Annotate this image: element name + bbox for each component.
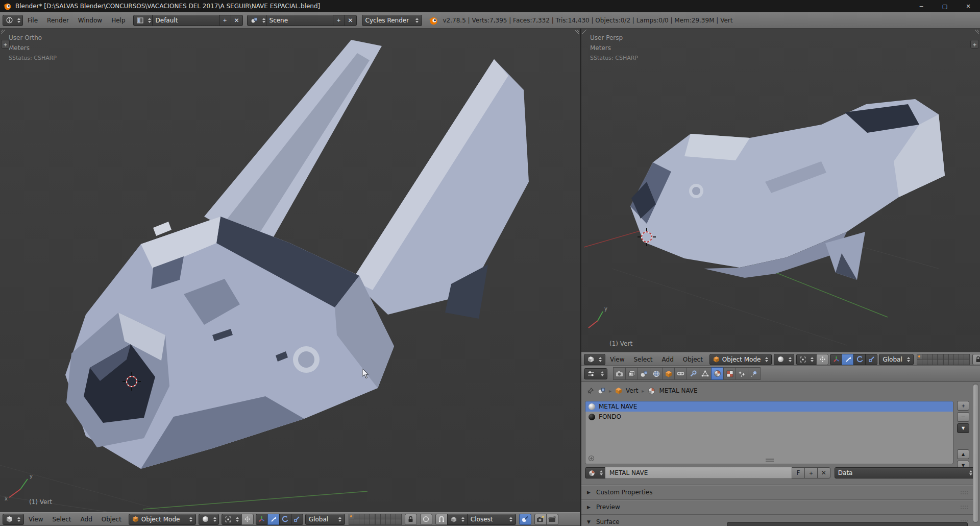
transform-orientation-selector-right[interactable]: Global bbox=[879, 354, 913, 365]
opengl-render-image-button[interactable] bbox=[534, 514, 547, 525]
material-slot-row[interactable]: FONDO bbox=[585, 412, 953, 422]
panel-drag-grip[interactable] bbox=[960, 505, 968, 510]
properties-shelf-expand-button[interactable]: ＋ bbox=[970, 40, 979, 49]
menu-view-right[interactable]: View bbox=[605, 356, 629, 363]
menu-file[interactable]: File bbox=[23, 17, 42, 24]
editor-type-selector-info[interactable] bbox=[3, 15, 23, 26]
use-nodes-button-clipped[interactable] bbox=[727, 522, 968, 526]
fake-user-button[interactable]: F bbox=[792, 467, 805, 479]
toolshelf-expand-button[interactable]: ＋ bbox=[1, 40, 10, 49]
delete-layout-button[interactable]: ✕ bbox=[231, 15, 243, 26]
layer-toggle[interactable] bbox=[396, 519, 402, 525]
pivot-point-selector-right[interactable] bbox=[796, 354, 817, 365]
translate-manipulator-button-right[interactable] bbox=[842, 354, 854, 365]
rotate-manipulator-button-right[interactable] bbox=[853, 354, 866, 365]
menu-select-right[interactable]: Select bbox=[629, 356, 657, 363]
menu-add-left[interactable]: Add bbox=[76, 516, 97, 523]
proportional-edit-button[interactable] bbox=[420, 514, 432, 525]
scrollbar-thumb[interactable] bbox=[973, 385, 978, 522]
scale-manipulator-button-right[interactable] bbox=[865, 354, 877, 365]
menu-object-right[interactable]: Object bbox=[678, 356, 707, 363]
menu-help[interactable]: Help bbox=[107, 17, 130, 24]
viewport-3d-right[interactable]: y User Persp Meters SStatus: CSHARP (1) … bbox=[581, 29, 980, 352]
panel-preview[interactable]: ▶ Preview bbox=[581, 499, 973, 514]
tab-object-data[interactable] bbox=[699, 367, 712, 380]
tab-modifiers[interactable] bbox=[687, 367, 699, 380]
breadcrumb-object[interactable]: Vert bbox=[626, 387, 638, 394]
manipulator-toggle-left[interactable] bbox=[241, 514, 254, 525]
add-material-slot-button[interactable]: ＋ bbox=[957, 401, 969, 411]
list-resize-grip[interactable] bbox=[765, 458, 774, 462]
menu-add-right[interactable]: Add bbox=[657, 356, 678, 363]
scene-selector[interactable]: Scene bbox=[266, 15, 333, 26]
layer-toggle[interactable] bbox=[369, 519, 375, 525]
maximize-button[interactable]: ▢ bbox=[933, 0, 957, 12]
tab-scene[interactable] bbox=[638, 367, 650, 380]
delete-scene-button[interactable]: ✕ bbox=[345, 15, 357, 26]
viewport-shading-selector-left[interactable] bbox=[199, 514, 219, 525]
lock-to-scene-button-left[interactable] bbox=[405, 514, 417, 525]
properties-scrollbar[interactable] bbox=[973, 384, 978, 523]
menu-select-left[interactable]: Select bbox=[47, 516, 76, 523]
pin-icon[interactable] bbox=[586, 387, 594, 395]
tab-render-layers[interactable] bbox=[625, 367, 638, 380]
snap-toggle-button[interactable] bbox=[435, 514, 448, 525]
manipulator-axes-icon-button-right[interactable] bbox=[830, 354, 842, 365]
tab-world[interactable] bbox=[650, 367, 663, 380]
panel-custom-properties[interactable]: ▶ Custom Properties bbox=[581, 485, 973, 499]
layer-toggle[interactable] bbox=[964, 359, 970, 365]
tab-constraints[interactable] bbox=[674, 367, 687, 380]
tab-object[interactable] bbox=[662, 367, 675, 380]
new-material-button[interactable]: ＋ bbox=[804, 467, 818, 479]
layer-toggle[interactable] bbox=[937, 359, 943, 365]
tab-texture[interactable] bbox=[723, 367, 736, 380]
tab-render[interactable] bbox=[613, 367, 626, 380]
snap-target-selector[interactable]: Closest bbox=[467, 514, 516, 525]
manipulator-axes-icon-button[interactable] bbox=[256, 514, 268, 525]
editor-type-selector-3dview-right[interactable] bbox=[584, 354, 605, 365]
viewport-3d-left[interactable]: y x User Ortho Meters SStatus: CSHARP (1… bbox=[0, 29, 580, 512]
add-layout-button[interactable]: ＋ bbox=[219, 15, 231, 26]
tab-material[interactable] bbox=[711, 367, 724, 380]
browse-material-button[interactable] bbox=[585, 467, 605, 479]
material-name-field[interactable]: METAL NAVE bbox=[605, 467, 792, 479]
scale-manipulator-button[interactable] bbox=[291, 514, 303, 525]
mode-selector-left[interactable]: Object Mode bbox=[129, 514, 196, 525]
remove-material-slot-button[interactable]: − bbox=[957, 412, 969, 422]
material-specials-button[interactable]: ▼ bbox=[957, 423, 969, 433]
manipulator-toggle-right[interactable] bbox=[816, 354, 828, 365]
breadcrumb-material[interactable]: METAL NAVE bbox=[659, 387, 697, 394]
pivot-point-selector-left[interactable] bbox=[222, 514, 242, 525]
editor-type-selector-3dview-left[interactable] bbox=[3, 514, 24, 525]
menu-window[interactable]: Window bbox=[74, 17, 107, 24]
tab-physics[interactable] bbox=[748, 367, 761, 380]
screen-layout-selector[interactable]: Default bbox=[152, 15, 219, 26]
close-button[interactable]: ✕ bbox=[957, 0, 980, 12]
render-engine-selector[interactable]: Cycles Render bbox=[362, 15, 422, 26]
minimize-button[interactable]: ─ bbox=[910, 0, 933, 12]
opengl-render-animation-button[interactable] bbox=[546, 514, 558, 525]
editor-type-selector-properties[interactable] bbox=[584, 368, 607, 379]
transform-orientation-selector-left[interactable]: Global bbox=[305, 514, 345, 525]
breadcrumb-scene-icon[interactable] bbox=[598, 387, 605, 394]
scene-icon-button[interactable] bbox=[247, 15, 266, 26]
snap-element-selector[interactable] bbox=[447, 514, 468, 525]
viewport-shading-selector-right[interactable] bbox=[774, 354, 794, 365]
add-scene-button[interactable]: ＋ bbox=[333, 15, 345, 26]
snap-align-rotation-button[interactable] bbox=[519, 514, 531, 525]
list-filter-icon[interactable] bbox=[588, 455, 595, 462]
panel-drag-grip[interactable] bbox=[960, 490, 968, 495]
translate-manipulator-button[interactable] bbox=[267, 514, 280, 525]
tab-particles[interactable] bbox=[736, 367, 748, 380]
menu-object-left[interactable]: Object bbox=[97, 516, 126, 523]
menu-render[interactable]: Render bbox=[42, 17, 74, 24]
unlink-material-button[interactable]: ✕ bbox=[817, 467, 830, 479]
rotate-manipulator-button[interactable] bbox=[279, 514, 291, 525]
screen-layout-icon-button[interactable] bbox=[133, 15, 153, 26]
material-link-selector[interactable]: Data bbox=[835, 467, 976, 479]
lock-to-scene-button-right[interactable] bbox=[972, 354, 980, 365]
mode-selector-right[interactable]: Object Mode bbox=[709, 354, 772, 365]
material-slot-row[interactable]: METAL NAVE bbox=[585, 401, 953, 412]
move-slot-up-button[interactable]: ▲ bbox=[957, 449, 969, 459]
menu-view-left[interactable]: View bbox=[24, 516, 47, 523]
